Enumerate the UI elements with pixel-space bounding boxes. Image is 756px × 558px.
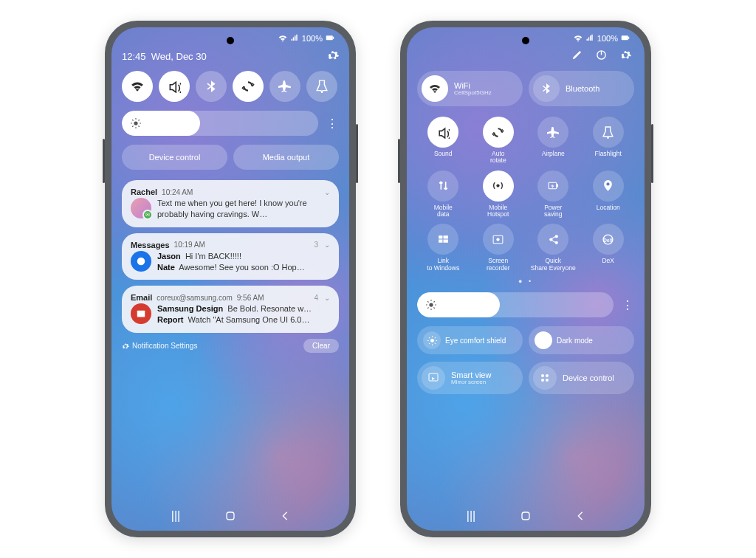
- settings-button[interactable]: [327, 49, 339, 63]
- battery-status-icon: [621, 34, 630, 43]
- tile-quickshare[interactable]: QuickShare Everyone: [527, 224, 580, 272]
- notification-card[interactable]: Rachel10:24 AM⌄✉Text me when you get her…: [122, 180, 339, 227]
- qs-wifi-toggle[interactable]: [122, 71, 153, 102]
- screen-notifications: 100% 12:45 Wed, Dec 30 ⋮ Device control: [111, 27, 349, 531]
- brightness-icon: [426, 300, 436, 310]
- nav-back[interactable]: [278, 509, 292, 523]
- device-control-icon: [533, 366, 557, 390]
- qs-bluetooth-toggle[interactable]: [196, 71, 227, 102]
- phone-left: 100% 12:45 Wed, Dec 30 ⋮ Device control: [105, 21, 356, 537]
- eye-comfort-icon: [423, 331, 441, 349]
- app-icon: [131, 303, 151, 324]
- device-control-button[interactable]: Device control: [122, 145, 227, 170]
- tile-mobiledata[interactable]: Mobiledata: [417, 170, 470, 218]
- nav-recents[interactable]: |||: [464, 509, 478, 523]
- dark-mode-toggle[interactable]: Dark mode: [529, 326, 634, 354]
- contact-avatar: ✉: [131, 198, 151, 218]
- dark-mode-icon: [535, 331, 552, 349]
- clock-time: 12:45: [122, 51, 146, 62]
- wifi-network: CellSpot5GHz: [454, 90, 492, 97]
- dark-mode-label: Dark mode: [557, 337, 593, 345]
- notification-settings-label: Notification Settings: [132, 342, 197, 350]
- settings-button[interactable]: [620, 49, 631, 63]
- device-control-label: Device control: [563, 373, 614, 382]
- gear-icon: [122, 342, 129, 350]
- tile-dex[interactable]: DeX: [583, 224, 635, 272]
- device-control-tile[interactable]: Device control: [529, 362, 634, 394]
- eye-comfort-toggle[interactable]: Eye comfort shield: [417, 326, 523, 354]
- wifi-icon: [422, 75, 448, 102]
- clear-button[interactable]: Clear: [303, 339, 339, 353]
- tile-linkwindows[interactable]: Linkto Windows: [417, 224, 470, 272]
- battery-status-icon: [326, 34, 334, 43]
- notification-card[interactable]: Emailcoreux@samsung.com9:56 AM4⌄Samsung …: [122, 286, 339, 333]
- nav-recents[interactable]: |||: [169, 509, 182, 523]
- app-icon: [131, 251, 151, 272]
- bluetooth-icon: [533, 75, 560, 102]
- tile-autorotate[interactable]: Autorotate: [472, 117, 525, 165]
- wifi-status-icon: [278, 34, 287, 43]
- page-indicator: ● •: [417, 278, 634, 285]
- tile-location[interactable]: Location: [583, 170, 635, 218]
- eye-comfort-label: Eye comfort shield: [445, 337, 506, 345]
- edit-button[interactable]: [571, 49, 583, 63]
- smart-view-tile[interactable]: Smart view Mirror screen: [417, 362, 523, 394]
- bluetooth-label: Bluetooth: [566, 84, 599, 93]
- nav-back[interactable]: [574, 509, 587, 523]
- nav-home[interactable]: [224, 509, 237, 523]
- wifi-status-icon: [574, 34, 583, 43]
- front-camera: [522, 37, 529, 44]
- tile-hotspot[interactable]: MobileHotspot: [472, 170, 525, 218]
- notification-card[interactable]: Messages10:19 AM3⌄Jason Hi I'm BACK!!!!!…: [122, 233, 339, 280]
- screen-quick-settings: 100% WiFi CellSpot5GHz Bluet: [407, 27, 645, 531]
- notification-settings-link[interactable]: Notification Settings: [122, 342, 197, 350]
- smart-view-icon: [422, 366, 445, 390]
- smart-view-label: Smart view: [451, 371, 491, 379]
- brightness-more-button[interactable]: ⋮: [324, 117, 339, 131]
- clock-date-text: Wed, Dec 30: [151, 51, 207, 62]
- brightness-slider[interactable]: [122, 111, 318, 136]
- tile-airplane[interactable]: Airplane: [527, 117, 580, 165]
- tile-flashlight[interactable]: Flashlight: [583, 117, 635, 165]
- nav-home[interactable]: [519, 509, 532, 523]
- signal-status-icon: [585, 34, 594, 43]
- bluetooth-tile[interactable]: Bluetooth: [529, 71, 634, 106]
- media-output-button[interactable]: Media output: [233, 145, 339, 170]
- qs-airplane-toggle[interactable]: [269, 71, 300, 102]
- battery-percent: 100%: [597, 34, 618, 43]
- phone-right: 100% WiFi CellSpot5GHz Bluet: [400, 21, 651, 537]
- svg-rect-35: [227, 512, 234, 520]
- signal-status-icon: [290, 34, 299, 43]
- smart-view-sublabel: Mirror screen: [451, 379, 491, 386]
- wifi-tile[interactable]: WiFi CellSpot5GHz: [417, 71, 523, 106]
- clock-date: 12:45 Wed, Dec 30: [122, 51, 207, 62]
- brightness-more-button[interactable]: ⋮: [619, 298, 634, 312]
- brightness-slider[interactable]: [417, 292, 614, 317]
- tile-powersaving[interactable]: Powersaving: [527, 170, 580, 218]
- qs-autorotate-toggle[interactable]: [233, 71, 264, 102]
- brightness-icon: [131, 118, 141, 128]
- qs-sound-toggle[interactable]: [159, 71, 190, 102]
- wifi-label: WiFi: [454, 81, 492, 90]
- svg-rect-36: [522, 512, 529, 520]
- battery-percent: 100%: [302, 34, 323, 43]
- power-button[interactable]: [596, 49, 607, 63]
- front-camera: [227, 37, 234, 44]
- tile-screenrec[interactable]: Screenrecorder: [472, 224, 525, 272]
- qs-flashlight-toggle[interactable]: [306, 71, 337, 102]
- tile-sound[interactable]: Sound: [417, 117, 470, 165]
